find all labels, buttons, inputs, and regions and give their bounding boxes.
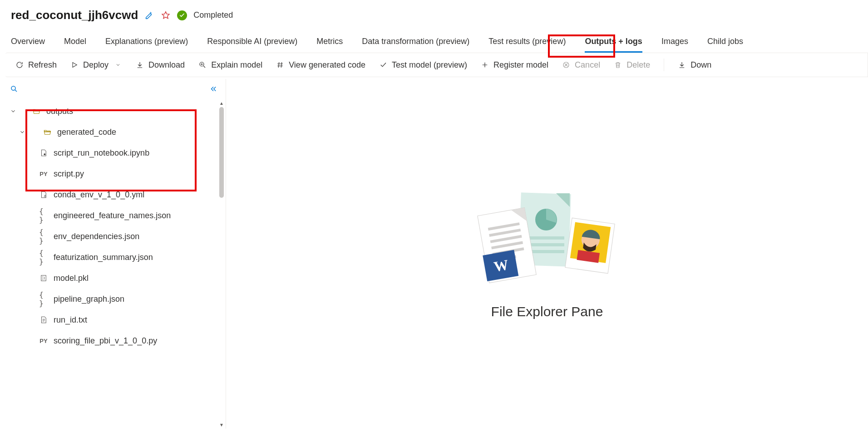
- edit-icon[interactable]: [144, 10, 154, 20]
- viewcode-label: View generated code: [289, 60, 365, 70]
- tree-item-label: pipeline_graph.json: [54, 294, 124, 304]
- collapse-panel-icon[interactable]: [209, 85, 217, 93]
- tree-file-engineered-feature-names-json[interactable]: { }engineered_feature_names.json: [0, 205, 226, 226]
- folder-open-icon: [43, 128, 52, 136]
- file-explorer-illustration: W: [474, 189, 620, 289]
- scrollbar[interactable]: ▲ ▼: [218, 101, 225, 427]
- page-title-row: red_coconut_jjh6vcwd Completed: [0, 0, 868, 29]
- tab-test-results-preview[interactable]: Test results (preview): [488, 33, 566, 53]
- tree-file-featurization-summary-json[interactable]: { }featurization_summary.json: [0, 247, 226, 268]
- binary-file-icon: [39, 274, 48, 282]
- tree-file-pipeline-graph-json[interactable]: { }pipeline_graph.json: [0, 289, 226, 309]
- download-all-button[interactable]: Down: [678, 60, 711, 70]
- tree-file-run-id-txt[interactable]: run_id.txt: [0, 309, 226, 330]
- notebook-icon: [39, 149, 48, 157]
- tree-item-label: outputs: [46, 107, 73, 116]
- chevron-down-icon[interactable]: [6, 108, 20, 114]
- explain-model-button[interactable]: Explain model: [198, 60, 262, 70]
- tree-folder-generated-code[interactable]: generated_code: [0, 122, 226, 142]
- download-icon: [678, 61, 686, 69]
- delete-button: Delete: [614, 60, 650, 70]
- file-tree-top-bar: [0, 79, 226, 99]
- tree-file-scoring-file-pbi-v-1-0-0-py[interactable]: PYscoring_file_pbi_v_1_0_0.py: [0, 330, 226, 351]
- refresh-button[interactable]: Refresh: [15, 60, 57, 70]
- cancel-button: Cancel: [562, 60, 600, 70]
- svg-rect-8: [529, 236, 564, 240]
- tab-images[interactable]: Images: [661, 33, 688, 53]
- zoom-in-icon: [198, 61, 207, 69]
- svg-rect-10: [529, 250, 564, 253]
- trash-icon: [614, 61, 622, 69]
- tab-overview[interactable]: Overview: [11, 33, 45, 53]
- scroll-down-icon[interactable]: ▼: [219, 422, 224, 427]
- tree-item-label: run_id.txt: [54, 315, 87, 325]
- tab-metrics[interactable]: Metrics: [316, 33, 343, 53]
- test-model-button[interactable]: Test model (preview): [379, 60, 467, 70]
- toolbar-separator: [664, 59, 664, 71]
- download-all-label: Down: [690, 60, 711, 70]
- python-icon: PY: [39, 338, 48, 344]
- svg-point-3: [44, 153, 45, 155]
- tree-file-model-pkl[interactable]: model.pkl: [0, 268, 226, 289]
- tab-responsible-ai-preview[interactable]: Responsible AI (preview): [207, 33, 297, 53]
- tab-model[interactable]: Model: [64, 33, 86, 53]
- chevron-down-icon[interactable]: [15, 129, 29, 135]
- check-icon: [379, 61, 387, 69]
- tree-item-label: featurization_summary.json: [54, 253, 153, 262]
- download-icon: [136, 61, 144, 69]
- tree-file-env-dependencies-json[interactable]: { }env_dependencies.json: [0, 226, 226, 247]
- svg-text:W: W: [493, 256, 510, 274]
- deploy-button[interactable]: Deploy: [70, 60, 122, 70]
- scroll-thumb[interactable]: [219, 107, 224, 198]
- tree-file-script-py[interactable]: PYscript.py: [0, 163, 226, 184]
- json-icon: { }: [39, 228, 48, 245]
- tab-explanations-preview[interactable]: Explanations (preview): [105, 33, 188, 53]
- register-label: Register model: [493, 60, 548, 70]
- tree-item-label: script_run_notebook.ipynb: [54, 148, 149, 158]
- tree-file-conda-env-v-1-0-0-yml[interactable]: conda_env_v_1_0_0.yml: [0, 184, 226, 205]
- tree-folder-outputs[interactable]: outputs: [0, 101, 226, 122]
- tree-item-label: conda_env_v_1_0_0.yml: [54, 190, 144, 200]
- tab-outputs-logs[interactable]: Outputs + logs: [585, 33, 642, 53]
- tree-item-label: engineered_feature_names.json: [54, 211, 171, 220]
- json-icon: { }: [39, 207, 48, 224]
- chevron-down-icon: [114, 61, 122, 69]
- main-area: outputsgenerated_codescript_run_notebook…: [0, 79, 868, 429]
- tree-item-label: script.py: [54, 169, 84, 179]
- svg-point-4: [44, 196, 46, 197]
- svg-rect-5: [41, 275, 46, 281]
- text-file-icon: [39, 316, 48, 324]
- scroll-up-icon[interactable]: ▲: [219, 101, 224, 105]
- python-icon: PY: [39, 171, 48, 177]
- register-model-button[interactable]: Register model: [481, 60, 548, 70]
- testmodel-label: Test model (preview): [392, 60, 467, 70]
- status-label: Completed: [193, 10, 233, 20]
- search-icon[interactable]: [10, 85, 18, 93]
- plus-icon: [481, 61, 489, 69]
- delete-label: Delete: [626, 60, 650, 70]
- download-button[interactable]: Download: [136, 60, 185, 70]
- svg-rect-9: [529, 243, 564, 246]
- json-icon: { }: [39, 249, 48, 266]
- cancel-label: Cancel: [575, 60, 600, 70]
- tab-data-transformation-preview[interactable]: Data transformation (preview): [362, 33, 469, 53]
- tab-child-jobs[interactable]: Child jobs: [707, 33, 743, 53]
- explain-label: Explain model: [211, 60, 262, 70]
- tree-file-script-run-notebook-ipynb[interactable]: script_run_notebook.ipynb: [0, 142, 226, 163]
- status-completed-icon: [177, 10, 187, 20]
- hash-icon: [276, 61, 284, 69]
- refresh-label: Refresh: [28, 60, 57, 70]
- run-title: red_coconut_jjh6vcwd: [11, 8, 138, 22]
- play-icon: [70, 61, 79, 69]
- tabs-bar: OverviewModelExplanations (preview)Respo…: [0, 29, 868, 53]
- download-label: Download: [148, 60, 185, 70]
- pane-title: File Explorer Pane: [491, 304, 603, 319]
- cancel-icon: [562, 61, 570, 69]
- deploy-label: Deploy: [83, 60, 108, 70]
- json-icon: { }: [39, 290, 48, 308]
- content-pane: W File Explorer Pane: [226, 79, 868, 429]
- view-generated-code-button[interactable]: View generated code: [276, 60, 365, 70]
- refresh-icon: [15, 61, 24, 69]
- favorite-star-icon[interactable]: [161, 10, 171, 20]
- svg-point-2: [11, 86, 15, 90]
